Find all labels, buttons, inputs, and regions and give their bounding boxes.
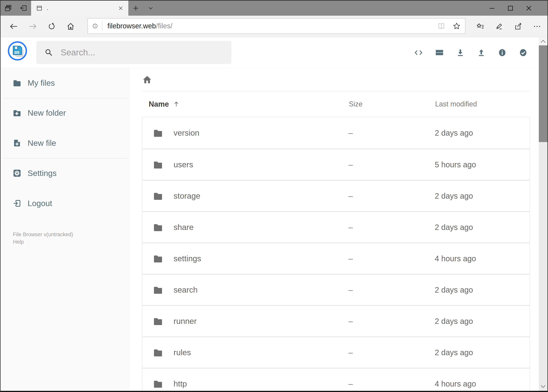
file-modified: 2 days ago (434, 129, 530, 137)
file-size: – (347, 286, 434, 294)
share-icon (514, 22, 522, 31)
folder-icon (153, 128, 163, 138)
filebrowser-logo[interactable] (8, 41, 27, 61)
browser-tab[interactable]: . (31, 0, 128, 16)
info-button[interactable] (492, 40, 513, 65)
breadcrumb-home-button[interactable] (142, 75, 152, 85)
address-bar[interactable]: filebrowser.web/files/ (87, 18, 465, 34)
tab-close-button[interactable] (118, 5, 124, 11)
scrollbar-thumb[interactable] (539, 45, 548, 142)
close-button[interactable] (520, 0, 538, 16)
sidebar: My files New folder (0, 68, 130, 391)
new-tab-button[interactable] (128, 0, 143, 16)
plus-icon (132, 4, 140, 12)
file-row[interactable]: storage – 2 days ago (142, 180, 530, 211)
download-icon (456, 48, 465, 57)
column-header-modified[interactable]: Last modified (434, 100, 530, 108)
file-row[interactable]: users – 5 hours ago (142, 148, 530, 180)
select-check-icon (519, 48, 528, 57)
share-button[interactable] (508, 16, 527, 37)
help-link[interactable]: Help (13, 239, 24, 245)
search-box[interactable] (36, 41, 231, 64)
column-header-size[interactable]: Size (347, 100, 434, 108)
file-plus-icon (12, 138, 22, 148)
maximize-button[interactable] (501, 0, 520, 16)
tab-title: . (47, 5, 114, 11)
tab-list-dropdown-button[interactable] (143, 0, 158, 16)
browser-window: . (0, 0, 548, 392)
sidebar-item-settings[interactable]: Settings (0, 161, 130, 185)
scrollbar-up-button[interactable] (539, 37, 548, 45)
minimize-icon (487, 4, 497, 13)
column-header-name[interactable]: Name (142, 100, 347, 108)
url-host: filebrowser.web (107, 22, 156, 30)
back-icon (9, 22, 18, 31)
grid-view-icon (435, 48, 444, 57)
hub-button[interactable] (471, 16, 490, 37)
forward-button[interactable] (23, 16, 42, 37)
refresh-icon (47, 22, 56, 31)
more-button[interactable] (527, 16, 547, 37)
grid-view-button[interactable] (429, 40, 450, 65)
sidebar-item-new-folder[interactable]: New folder (0, 101, 130, 125)
file-modified: 2 days ago (434, 192, 530, 200)
file-name: search (173, 285, 198, 294)
file-row[interactable]: settings – 4 hours ago (142, 243, 530, 274)
file-modified: 5 hours ago (434, 160, 530, 169)
upload-button[interactable] (471, 40, 492, 65)
sort-asc-icon (173, 100, 180, 108)
file-row[interactable]: runner – 2 days ago (142, 305, 530, 336)
reading-view-button[interactable] (437, 22, 445, 30)
file-listing: version – 2 days ago users – 5 hours ago… (142, 117, 530, 391)
download-button[interactable] (450, 40, 471, 65)
minimize-button[interactable] (483, 0, 501, 16)
file-name: storage (173, 191, 200, 201)
scrollbar-down-button[interactable] (539, 383, 548, 390)
url-text[interactable]: filebrowser.web/files/ (107, 22, 437, 30)
logout-icon (12, 199, 22, 208)
file-size: – (347, 192, 434, 200)
file-name: rules (173, 348, 191, 357)
file-name: share (173, 223, 194, 232)
site-info-icon[interactable] (91, 22, 99, 30)
refresh-button[interactable] (42, 16, 61, 37)
select-button[interactable] (513, 40, 534, 65)
file-modified: 2 days ago (434, 223, 530, 232)
page-scrollbar[interactable] (539, 37, 548, 391)
file-row[interactable]: share – 2 days ago (142, 211, 530, 243)
forward-icon (28, 22, 37, 31)
home-icon (142, 75, 152, 85)
file-size: – (347, 379, 434, 388)
folder-icon (153, 347, 163, 358)
titlebar: . (0, 0, 548, 16)
listing-header: Name Size Last modified (142, 91, 530, 117)
tab-favicon-icon (36, 5, 43, 12)
file-row[interactable]: search – 2 days ago (142, 274, 530, 305)
url-path: /files/ (156, 22, 172, 30)
file-row[interactable]: version – 2 days ago (142, 117, 530, 148)
back-button[interactable] (4, 16, 23, 37)
chevron-down-icon (147, 5, 154, 12)
sidebar-item-my-files[interactable]: My files (0, 71, 130, 95)
sidebar-item-logout[interactable]: Logout (0, 192, 130, 215)
chevron-up-icon (541, 40, 546, 43)
file-name: version (173, 128, 199, 138)
file-name: users (173, 160, 193, 169)
header-actions (408, 37, 534, 68)
tab-preview-button[interactable] (0, 0, 16, 16)
close-icon (524, 4, 534, 13)
file-row[interactable]: rules – 2 days ago (142, 336, 530, 368)
sidebar-item-new-file[interactable]: New file (0, 131, 130, 155)
folder-icon (153, 159, 163, 170)
set-tabs-aside-button[interactable] (16, 0, 31, 16)
home-button[interactable] (61, 16, 80, 37)
add-favorite-button[interactable] (452, 22, 461, 30)
raw-code-button[interactable] (408, 40, 429, 65)
search-input[interactable] (60, 47, 227, 57)
file-modified: 2 days ago (434, 317, 530, 326)
file-row[interactable]: http – 4 hours ago (142, 368, 530, 391)
set-tabs-aside-icon (19, 4, 28, 13)
folder-icon (153, 253, 163, 264)
annotate-button[interactable] (490, 16, 508, 37)
file-size: – (347, 317, 434, 326)
